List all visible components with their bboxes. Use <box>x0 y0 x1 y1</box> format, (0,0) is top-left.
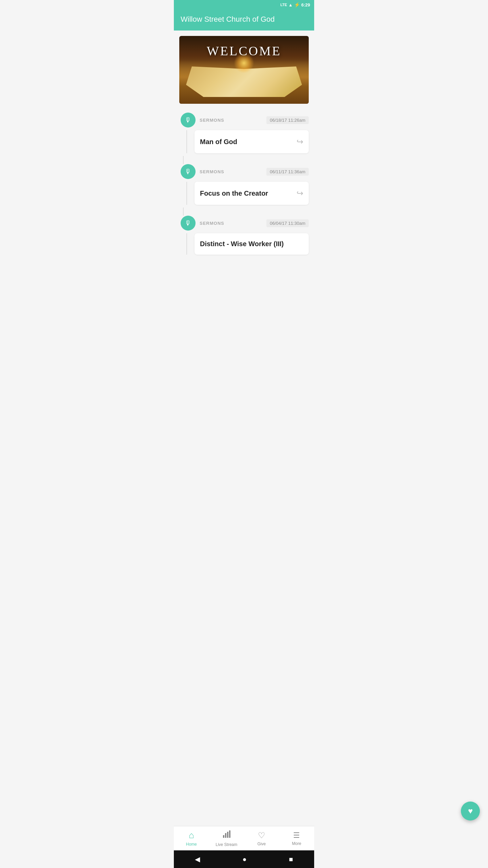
sermon-entry-3: 🎙 SERMONS 06/04/17 11:30am Distinct - Wi… <box>179 216 309 255</box>
share-icon-2[interactable]: ↪ <box>297 189 303 198</box>
signal-icon: ▲ <box>288 2 293 7</box>
share-icon-1[interactable]: ↪ <box>297 137 303 146</box>
sermon-entry-1: 🎙 SERMONS 06/18/17 11:26am Man of God ↪ <box>179 113 309 153</box>
timeline-line-2 <box>183 182 190 205</box>
sermon-title-2: Focus on the Creator <box>200 190 292 197</box>
sermon-feed: 🎙 SERMONS 06/18/17 11:26am Man of God ↪ <box>174 109 314 261</box>
sermon-card-1[interactable]: Man of God ↪ <box>195 130 309 153</box>
app-title: Willow Street Church of God <box>181 15 307 24</box>
welcome-text: WELCOME <box>179 43 309 58</box>
mic-icon-2: 🎙 <box>185 168 191 176</box>
sermon-date-1: 06/18/17 11:26am <box>266 116 309 124</box>
sermon-header-1: 🎙 SERMONS 06/18/17 11:26am <box>179 113 309 127</box>
timeline-line-3 <box>183 233 190 255</box>
sermon-category-2: SERMONS <box>200 169 266 174</box>
timeline-line-inner-1 <box>186 130 187 153</box>
connector-2 <box>183 208 309 216</box>
welcome-banner: WELCOME <box>179 36 309 104</box>
mic-icon-1: 🎙 <box>185 116 191 124</box>
mic-icon-3: 🎙 <box>185 219 191 227</box>
sermon-date-2: 06/11/17 11:36am <box>266 168 309 176</box>
timeline-line-inner-2 <box>186 182 187 205</box>
connector-inner-1 <box>183 156 184 164</box>
sermon-card-3[interactable]: Distinct - Wise Worker (III) <box>195 233 309 255</box>
sermon-title-1: Man of God <box>200 138 292 146</box>
status-bar: LTE ▲ ⚡ 6:29 <box>174 0 314 9</box>
status-icons: LTE ▲ ⚡ 6:29 <box>280 2 310 7</box>
main-content: WELCOME 🎙 SERMONS 06/18/17 11:26am Man o… <box>174 36 314 288</box>
connector-1 <box>183 156 309 164</box>
sermon-category-1: SERMONS <box>200 118 266 123</box>
connector-inner-2 <box>183 208 184 216</box>
app-header: Willow Street Church of God <box>174 9 314 31</box>
sermon-category-3: SERMONS <box>200 221 266 226</box>
sermon-date-3: 06/04/17 11:30am <box>266 219 309 227</box>
sermon-header-3: 🎙 SERMONS 06/04/17 11:30am <box>179 216 309 231</box>
sermon-icon-2: 🎙 <box>181 164 196 179</box>
sermon-card-row-3: Distinct - Wise Worker (III) <box>179 233 309 255</box>
sermon-card-row-1: Man of God ↪ <box>179 130 309 153</box>
timeline-line-inner-3 <box>186 233 187 255</box>
sermon-entry-2: 🎙 SERMONS 06/11/17 11:36am Focus on the … <box>179 164 309 205</box>
sermon-card-2[interactable]: Focus on the Creator ↪ <box>195 182 309 205</box>
sermon-header-2: 🎙 SERMONS 06/11/17 11:36am <box>179 164 309 179</box>
lte-indicator: LTE <box>280 3 287 7</box>
sermon-card-row-2: Focus on the Creator ↪ <box>179 182 309 205</box>
battery-icon: ⚡ <box>294 2 300 7</box>
sermon-icon-3: 🎙 <box>181 216 196 231</box>
time-display: 6:29 <box>301 2 310 7</box>
sermon-icon-1: 🎙 <box>181 113 196 127</box>
sermon-title-3: Distinct - Wise Worker (III) <box>200 240 303 248</box>
timeline-line-1 <box>183 130 190 153</box>
